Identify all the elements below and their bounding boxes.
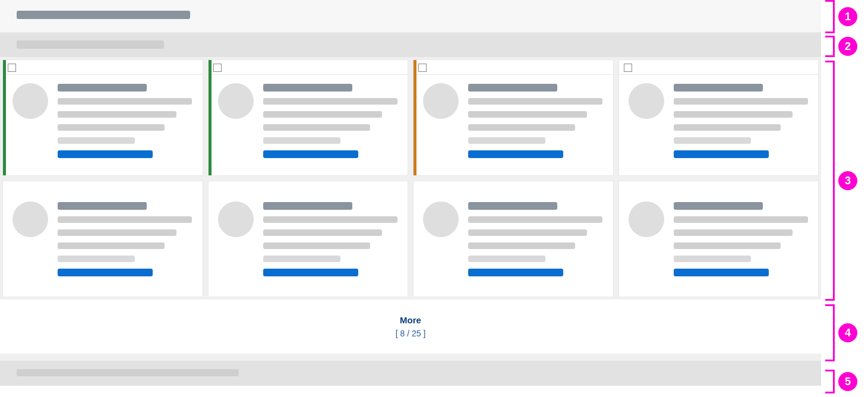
card-text xyxy=(263,201,400,276)
card-line-placeholder xyxy=(468,111,587,118)
card-line-placeholder xyxy=(674,256,751,262)
card-link-placeholder[interactable] xyxy=(263,150,358,158)
card-line-placeholder xyxy=(674,111,793,118)
avatar xyxy=(218,83,254,119)
card-line-placeholder xyxy=(468,84,557,92)
card-line-placeholder xyxy=(674,242,781,249)
annotation-bracket-icon xyxy=(825,370,835,393)
card-line-placeholder xyxy=(58,202,147,210)
toolbar-section xyxy=(0,33,821,57)
annotation-1: 1 xyxy=(825,0,868,33)
select-checkbox[interactable] xyxy=(213,64,222,72)
card-link-placeholder[interactable] xyxy=(58,269,153,276)
annotation-number: 3 xyxy=(838,171,857,190)
card-line-placeholder xyxy=(263,242,370,249)
card-line-placeholder xyxy=(468,216,602,223)
annotation-3: 3 xyxy=(825,61,868,301)
card-line-placeholder xyxy=(263,256,340,262)
list-card[interactable] xyxy=(413,59,614,176)
card-line-placeholder xyxy=(58,256,135,262)
card-line-placeholder xyxy=(674,216,808,223)
card-text xyxy=(674,83,810,158)
card-text xyxy=(58,201,194,276)
card-line-placeholder xyxy=(468,202,557,210)
card-line-placeholder xyxy=(468,256,545,262)
annotation-4: 4 xyxy=(825,304,868,361)
card-link-placeholder[interactable] xyxy=(263,269,358,276)
list-card[interactable] xyxy=(208,59,409,176)
card-line-placeholder xyxy=(674,137,751,144)
card-line-placeholder xyxy=(58,137,135,144)
annotation-bracket-icon xyxy=(825,0,835,33)
list-card[interactable] xyxy=(413,181,614,297)
card-body xyxy=(414,75,613,158)
select-checkbox[interactable] xyxy=(418,64,427,72)
select-checkbox[interactable] xyxy=(624,64,632,72)
card-body xyxy=(209,75,408,158)
card-header xyxy=(414,60,613,75)
card-line-placeholder xyxy=(468,137,545,144)
card-body xyxy=(619,75,819,158)
card-link-placeholder[interactable] xyxy=(468,150,563,158)
card-line-placeholder xyxy=(468,229,587,236)
page-title-placeholder xyxy=(17,11,190,19)
annotation-5: 5 xyxy=(825,370,868,393)
toolbar-placeholder xyxy=(17,40,164,49)
card-line-placeholder xyxy=(58,229,176,236)
card-line-placeholder xyxy=(58,242,165,249)
card-text xyxy=(263,83,400,158)
more-label[interactable]: More xyxy=(0,315,821,325)
card-line-placeholder xyxy=(468,242,575,249)
list-card[interactable] xyxy=(208,181,409,297)
card-line-placeholder xyxy=(263,84,352,92)
card-line-placeholder xyxy=(674,98,808,105)
card-body xyxy=(414,193,613,276)
select-checkbox[interactable] xyxy=(8,64,16,72)
annotation-bracket-icon xyxy=(825,304,835,361)
card-line-placeholder xyxy=(58,98,192,105)
annotation-number: 5 xyxy=(838,372,857,391)
annotation-bracket-icon xyxy=(825,36,835,57)
more-section[interactable]: More [ 8 / 25 ] xyxy=(0,300,821,354)
card-link-placeholder[interactable] xyxy=(674,150,769,158)
avatar xyxy=(12,201,48,237)
list-card[interactable] xyxy=(618,59,819,176)
card-line-placeholder xyxy=(263,111,382,118)
spacer xyxy=(0,354,821,361)
card-link-placeholder[interactable] xyxy=(674,269,769,276)
avatar xyxy=(12,83,48,119)
avatar xyxy=(423,83,459,119)
card-text xyxy=(468,201,605,276)
footer-placeholder xyxy=(17,369,239,376)
card-line-placeholder xyxy=(58,216,192,223)
annotation-2: 2 xyxy=(825,36,868,57)
more-count: [ 8 / 25 ] xyxy=(0,329,821,338)
card-header xyxy=(619,60,819,75)
card-link-placeholder[interactable] xyxy=(58,150,153,158)
list-card[interactable] xyxy=(2,181,203,297)
card-line-placeholder xyxy=(674,84,763,92)
card-line-placeholder xyxy=(263,202,352,210)
annotation-number: 4 xyxy=(838,323,857,342)
annotation-number: 1 xyxy=(838,7,857,26)
list-card[interactable] xyxy=(2,59,203,176)
card-header xyxy=(3,60,203,75)
card-line-placeholder xyxy=(263,98,397,105)
card-body xyxy=(3,193,203,276)
avatar xyxy=(218,201,254,237)
annotation-bracket-icon xyxy=(825,61,835,301)
card-line-placeholder xyxy=(468,124,575,131)
card-body xyxy=(619,193,819,276)
card-line-placeholder xyxy=(263,229,382,236)
card-header xyxy=(209,60,408,75)
card-line-placeholder xyxy=(58,111,176,118)
header-section xyxy=(0,0,821,33)
card-line-placeholder xyxy=(263,124,370,131)
card-text xyxy=(468,83,605,158)
list-card[interactable] xyxy=(618,181,819,297)
card-line-placeholder xyxy=(468,98,602,105)
card-link-placeholder[interactable] xyxy=(468,269,563,276)
card-line-placeholder xyxy=(674,229,793,236)
card-line-placeholder xyxy=(263,137,340,144)
card-text xyxy=(58,83,194,158)
